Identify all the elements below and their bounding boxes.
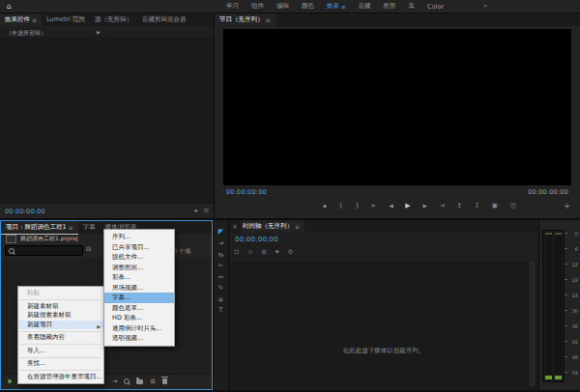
timeline-scrollbar[interactable] [528,262,536,386]
effect-controls-timecode[interactable]: 00:00:00:00 [5,208,45,215]
workspace-tab-editing[interactable]: 编辑 [276,2,289,11]
step-forward-icon[interactable]: ▶ [422,204,426,210]
lift-icon[interactable]: ↥ [457,203,462,210]
ripple-edit-tool-icon[interactable]: ⇆ [218,252,223,259]
add-marker-icon[interactable]: ◆ [276,249,279,256]
submenu-arrow-icon: ▶ [98,322,101,332]
go-to-out-icon[interactable]: ⇥ [439,203,444,210]
db-label: 0 [575,232,578,237]
tab-source-monitor[interactable]: 源（无剪辑） [90,14,137,26]
timeline-track-area[interactable]: 在此处放下媒体以创建序列。 [229,262,538,390]
menu-item-new-bin[interactable]: 新建素材箱 [18,302,103,312]
tab-audio-clip-mixer[interactable]: 音频剪辑混合器 [137,14,191,26]
menu-separator [20,331,102,332]
submenu-item-captions[interactable]: 字幕... [104,293,174,303]
menu-separator [20,370,102,371]
workspace-tab-assembly[interactable]: 组件 [251,2,264,11]
timeline-settings-wrench-icon[interactable]: ⚙ [288,249,294,256]
workspace-overflow-icon[interactable]: » [483,3,487,10]
insert-overwrite-icon[interactable]: ⊡ [234,249,239,256]
step-back-icon[interactable]: ◀ [389,204,392,210]
panel-menu-icon[interactable]: ≡ [266,14,271,26]
play-only-icon[interactable]: ▸ [195,208,198,214]
app-top-bar: ⌂ 学习 组件 编辑 颜色 效果 ≡ 音频 图形 库 Color » [0,0,580,13]
type-tool-icon[interactable]: T [219,307,223,314]
workspace-tab-libraries[interactable]: 库 [409,2,416,11]
tab-program-monitor[interactable]: 节目（无序列） ≡ [215,14,276,26]
tools-panel: ◤ ⇥ ⇆ ✂ ↔ ✎ ψ T [214,220,228,390]
menu-item-paste: 粘贴 [18,289,103,298]
linked-selection-icon[interactable]: ⊞ [261,249,266,256]
panel-close-icon[interactable]: × [229,223,241,231]
effect-controls-panel: 效果控件 ≡ Lumetri 范围 源（无剪辑） 音频剪辑混合器 （未选择剪辑）… [0,14,214,218]
db-label: 6 [575,247,578,252]
automate-to-sequence-icon[interactable]: ⇥ [112,378,117,385]
menu-item-import[interactable]: 导入... [18,347,103,356]
submenu-item-offline-file[interactable]: 脱机文件... [104,252,174,263]
tab-timeline[interactable]: 时间轴（无序列） ≡ [241,220,304,233]
panel-menu-icon[interactable]: ≡ [32,14,37,26]
submenu-item-color-matte[interactable]: 颜色遮罩... [104,303,174,314]
selection-tool-icon[interactable]: ◤ [218,229,223,236]
snap-magnet-icon[interactable]: ∩ [247,249,252,256]
extract-icon[interactable]: ↧ [475,203,479,210]
menu-item-view-hidden[interactable]: 查看隐藏内容 [18,333,103,343]
submenu-item-sequence[interactable]: 序列... [104,232,174,242]
menu-item-new-item[interactable]: 新建项目 ▶ [18,321,103,330]
mark-in-icon[interactable]: { [339,203,343,210]
pen-tool-icon[interactable]: ✎ [218,285,223,292]
workspace-menu-icon[interactable]: ≡ [341,4,346,10]
workspace-tab-color-custom[interactable]: Color [427,3,444,11]
submenu-item-bars-tone[interactable]: 彩条... [104,272,174,283]
new-bin-icon[interactable] [136,379,143,384]
menu-item-new-search-bin[interactable]: 新建搜索素材箱 [18,311,103,321]
collapsed-arrow-icon[interactable]: ▶ [97,29,101,35]
find-icon[interactable] [124,378,130,384]
program-position-timecode[interactable]: 00:00:00:00 [226,188,267,196]
tab-captions[interactable]: 字幕 [78,221,101,234]
tab-project[interactable]: 项目：舞蹈调色工程1 ≡ [1,221,78,235]
clear-trash-icon[interactable] [162,378,167,384]
mark-out-icon[interactable]: } [355,203,359,210]
db-label: 12 [572,263,578,267]
program-duration-timecode: 00:00:00:00 [528,188,568,196]
db-label: 42 [572,340,578,345]
razor-tool-icon[interactable]: ✂ [218,263,223,269]
slip-tool-icon[interactable]: ↔ [218,274,223,281]
submenu-item-shared-project[interactable]: 已共享项目... [104,242,174,253]
button-editor-plus-icon[interactable]: + [564,203,570,210]
search-input[interactable] [5,245,83,256]
new-item-submenu: 序列... 已共享项目... 脱机文件... 调整图层... 彩条... 黑场视… [103,229,175,347]
tab-effect-controls[interactable]: 效果控件 ≡ [0,14,42,27]
workspace-tab-audio[interactable]: 音频 [359,2,371,11]
new-item-icon[interactable]: ⊞ [150,378,155,385]
db-label: 24 [572,294,578,298]
submenu-item-adjustment-layer[interactable]: 调整图层... [104,263,174,273]
play-button-icon[interactable]: ▶ [405,203,410,210]
project-file-name[interactable]: 舞蹈调色工程1.prproj [20,235,77,243]
submenu-item-universal-counting-leader[interactable]: 通用倒计时片头... [104,323,174,334]
track-select-tool-icon[interactable]: ⇥ [218,240,223,247]
workspace-tab-learning[interactable]: 学习 [226,2,239,11]
menu-separator [20,357,102,358]
add-marker-icon[interactable]: ◆ [323,204,327,209]
hand-tool-icon[interactable]: ψ [218,296,222,303]
workspace-tab-graphics[interactable]: 图形 [384,2,396,11]
clock-icon[interactable]: ⊙ [204,208,209,214]
export-frame-icon[interactable]: ▣ [492,203,498,210]
panel-menu-icon[interactable]: ≡ [295,220,300,233]
submenu-item-hd-bars-tone[interactable]: HD 彩条... [104,313,174,323]
go-to-in-icon[interactable]: ⇤ [371,203,376,210]
workspace-tab-effects[interactable]: 效果 ≡ [327,2,346,11]
filter-bin-icon[interactable]: ⊟ [86,246,91,253]
timeline-timecode[interactable]: 00;00;00;00 [235,236,278,243]
panel-menu-icon[interactable]: ≡ [69,221,73,234]
home-icon[interactable]: ⌂ [7,3,12,11]
submenu-item-transparent-video[interactable]: 透明视频... [104,333,174,344]
submenu-item-black-video[interactable]: 黑场视频... [104,283,174,294]
menu-item-reveal-in-explorer[interactable]: 在资源管理器中显示项目... [18,373,103,382]
menu-item-find[interactable]: 查找... [18,359,103,369]
compare-view-icon[interactable]: ◫ [510,203,516,210]
tab-lumetri-scopes[interactable]: Lumetri 范围 [42,14,90,26]
workspace-tab-color[interactable]: 颜色 [302,2,314,11]
